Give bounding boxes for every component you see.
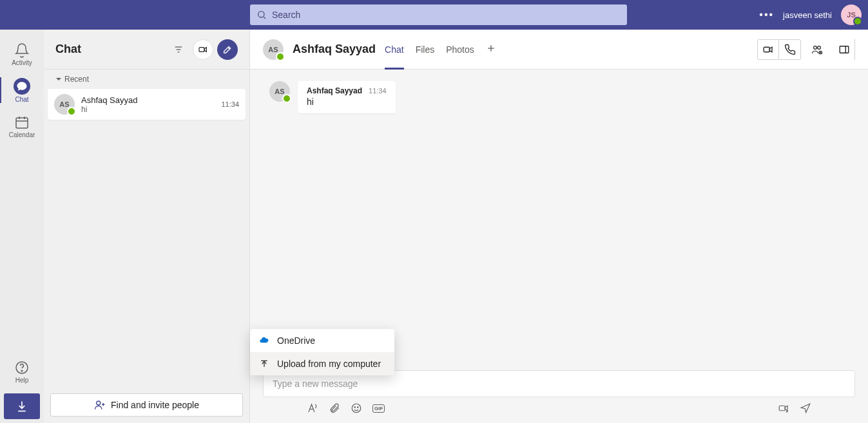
composer-toolbar: GIF [263, 397, 855, 417]
svg-rect-30 [779, 406, 785, 411]
bell-icon [14, 42, 30, 58]
svg-rect-23 [840, 46, 849, 53]
chat-icon [14, 78, 30, 95]
help-icon [14, 360, 30, 375]
svg-point-27 [352, 404, 361, 413]
gif-icon[interactable]: GIF [372, 404, 385, 413]
rail-help[interactable]: Help [0, 353, 44, 390]
conversation-pane: AS Ashfaq Sayyad Chat Files Photos [250, 30, 868, 423]
send-icon[interactable] [800, 402, 811, 414]
message-item: AS Ashfaq Sayyad 11:34 hi [269, 81, 849, 113]
audio-call-button[interactable] [779, 39, 801, 60]
tab-files[interactable]: Files [416, 30, 435, 70]
current-user-avatar[interactable]: JS [841, 5, 862, 25]
video-icon [762, 44, 774, 55]
svg-point-0 [258, 12, 264, 17]
message-avatar: AS [269, 81, 290, 102]
message-sender: Ashfaq Sayyad [307, 86, 362, 95]
format-icon[interactable] [307, 402, 318, 414]
search-input[interactable]: Search [250, 5, 627, 25]
rail-activity[interactable]: Activity [0, 36, 44, 72]
search-placeholder: Search [272, 10, 300, 20]
filter-button[interactable] [168, 39, 189, 60]
chat-list-title: Chat [55, 42, 81, 56]
video-icon [198, 44, 208, 55]
rail-chat[interactable]: Chat [0, 72, 44, 108]
conversation-header: AS Ashfaq Sayyad Chat Files Photos [250, 30, 868, 70]
conversation-avatar: AS [263, 39, 284, 60]
svg-rect-11 [199, 47, 204, 52]
app-rail: Activity Chat Calendar Help [0, 30, 44, 423]
onedrive-icon [259, 335, 269, 346]
download-desktop-app-button[interactable] [4, 393, 40, 419]
invite-people-icon [94, 399, 106, 411]
attach-upload-option[interactable]: Upload from my computer [250, 352, 394, 375]
contact-avatar: AS [54, 94, 75, 115]
video-call-button[interactable] [757, 39, 779, 60]
rail-calendar[interactable]: Calendar [0, 108, 44, 144]
message-input-placeholder: Type a new message [273, 379, 358, 389]
attach-onedrive-option[interactable]: OneDrive [250, 329, 394, 352]
add-tab-button[interactable] [486, 43, 496, 56]
svg-point-19 [818, 46, 821, 49]
tab-chat[interactable]: Chat [385, 30, 404, 70]
search-icon [256, 10, 267, 20]
chat-list-item[interactable]: AS Ashfaq Sayyad hi 11:34 [48, 89, 246, 120]
schedule-send-icon[interactable] [778, 402, 789, 414]
message-body: hi [307, 97, 387, 107]
calendar-icon [14, 115, 30, 130]
composer-area: OneDrive Upload from my computer Type a … [250, 370, 868, 423]
contact-name: Ashfaq Sayyad [81, 95, 215, 105]
message-timestamp: 11:34 [369, 87, 387, 95]
svg-rect-2 [16, 118, 28, 128]
recent-section-toggle[interactable]: Recent [44, 70, 249, 89]
phone-icon [784, 44, 796, 55]
compose-icon [222, 44, 233, 55]
top-bar: Search ••• jasveen sethi JS [0, 0, 868, 30]
new-chat-button[interactable] [217, 39, 238, 60]
current-user-name: jasveen sethi [783, 10, 832, 20]
meet-now-button[interactable] [193, 39, 213, 60]
svg-point-12 [97, 401, 101, 405]
emoji-icon[interactable] [351, 402, 362, 414]
panel-icon [838, 44, 850, 55]
svg-point-29 [358, 407, 359, 408]
plus-icon [486, 43, 496, 53]
svg-point-18 [814, 46, 817, 49]
message-time: 11:34 [221, 100, 239, 108]
attach-menu: OneDrive Upload from my computer [250, 329, 394, 375]
add-people-button[interactable] [806, 39, 828, 60]
chevron-down-icon [55, 76, 62, 82]
more-options-button[interactable]: ••• [759, 9, 774, 21]
message-preview: hi [81, 105, 215, 114]
filter-icon [173, 44, 184, 55]
find-invite-people-button[interactable]: Find and invite people [50, 393, 243, 417]
svg-point-7 [21, 370, 23, 371]
message-list: AS Ashfaq Sayyad 11:34 hi [250, 70, 868, 370]
message-bubble[interactable]: Ashfaq Sayyad 11:34 hi [298, 81, 396, 113]
attach-icon[interactable] [329, 402, 340, 414]
open-pane-button[interactable] [833, 39, 855, 60]
upload-icon [259, 359, 269, 369]
tab-photos[interactable]: Photos [446, 30, 474, 70]
conversation-title: Ashfaq Sayyad [293, 42, 376, 56]
chat-list-pane: Chat Recent AS Ashfaq Sayyad hi 11:34 Fi… [44, 30, 250, 423]
download-icon [15, 400, 28, 413]
chat-list-header: Chat [44, 30, 249, 70]
svg-point-28 [354, 407, 356, 408]
people-add-icon [811, 44, 823, 55]
svg-line-1 [264, 17, 265, 19]
svg-rect-17 [764, 47, 769, 52]
